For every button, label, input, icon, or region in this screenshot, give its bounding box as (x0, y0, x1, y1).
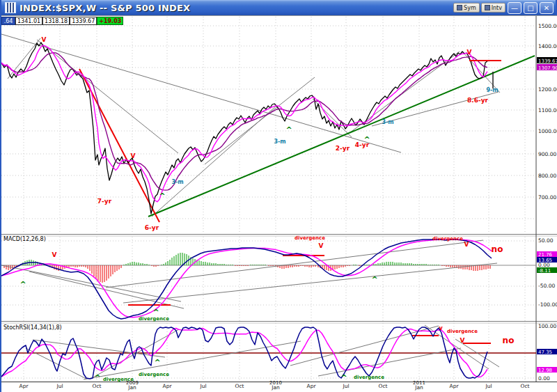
stoch-tag-value: 47.35 (538, 350, 552, 355)
macd-histogram-bar (347, 265, 348, 266)
macd-histogram-bar (162, 265, 162, 265)
intv-button[interactable]: Intv (481, 3, 505, 13)
macd-histogram-bar (152, 265, 152, 266)
sym-label: Sym (464, 5, 476, 11)
stoch-annotation: divergence (447, 329, 478, 334)
macd-histogram-bar (102, 265, 103, 283)
macd-histogram-bar (343, 265, 344, 267)
macd-histogram-bar (341, 265, 342, 267)
macd-histogram-bar (164, 264, 164, 265)
macd-histogram-bar (115, 265, 116, 272)
macd-histogram-bar (170, 260, 171, 265)
macd-histogram-bar (313, 265, 314, 267)
sym-button[interactable]: Sym (453, 3, 480, 13)
macd-histogram-bar (119, 265, 120, 269)
macd-annotation: divergence (295, 235, 325, 241)
macd-histogram-bar (439, 265, 439, 265)
stoch-tick-label: 0.00 (538, 375, 550, 382)
macd-histogram-bar (94, 265, 95, 276)
macd-histogram-bar (327, 265, 327, 270)
macd-histogram-bar (136, 262, 137, 265)
macd-histogram-bar (178, 253, 179, 265)
macd-histogram-bar (174, 256, 175, 265)
macd-histogram-bar (356, 265, 356, 265)
macd-histogram-bar (480, 265, 480, 270)
macd-histogram-bar (253, 265, 253, 265)
macd-histogram-bar (335, 265, 336, 269)
macd-histogram-bar (220, 264, 221, 265)
macd-histogram-bar (416, 264, 416, 265)
macd-histogram-bar (84, 265, 84, 267)
macd-pane-label: MACD(12,26,8) (3, 236, 47, 242)
macd-histogram-bar (490, 265, 491, 269)
macd-histogram-bar (261, 265, 262, 265)
macd-tag-value: 21.76 (538, 252, 553, 258)
macd-tick-label: -50.00 (538, 283, 555, 289)
macd-histogram-bar (405, 263, 406, 265)
macd-histogram-bar (399, 262, 400, 265)
macd-histogram-bar (380, 263, 381, 265)
macd-histogram-bar (92, 265, 93, 274)
title-bar[interactable]: INDEX:$SPX,W -- S&P 500 INDEX Sym Intv —… (1, 0, 556, 15)
close-button[interactable]: ✕ (540, 2, 554, 14)
annotation-label: 3-m (274, 139, 285, 145)
quote-change: +19.03 (97, 17, 123, 25)
macd-histogram-bar (369, 265, 370, 265)
annotation-top-marker: V (42, 36, 47, 43)
annotation-top-marker: V (467, 49, 472, 56)
macd-histogram-bar (465, 265, 466, 269)
x-axis-month-label: Jul (485, 383, 492, 389)
annotation-label: 9-m (486, 87, 498, 93)
macd-histogram-bar (240, 265, 240, 266)
macd-histogram-bar (246, 265, 246, 266)
macd-histogram-bar (307, 265, 308, 267)
macd-histogram-bar (486, 265, 487, 269)
stoch-annotation: ^ (94, 373, 100, 382)
macd-histogram-bar (365, 265, 366, 265)
x-axis-month-label: Oct (379, 383, 388, 389)
quote-row: .64 1341.01 1318.18 1339.67 +19.03 (1, 17, 123, 25)
chart-canvas: VVV^^^3-m3-m3-m9-m7-yr6-yr2-yr4-yr8.6-yr… (1, 0, 557, 392)
annotation-label: 2-yr (336, 145, 350, 152)
macd-histogram-bar (226, 265, 227, 265)
macd-histogram-bar (407, 263, 408, 265)
macd-histogram-bar (259, 265, 260, 265)
macd-histogram-bar (149, 265, 150, 265)
macd-histogram-bar (117, 265, 118, 271)
macd-histogram-bar (393, 262, 393, 265)
macd-histogram-bar (442, 265, 443, 266)
stoch-annotation: ^ (154, 358, 160, 367)
stoch-tag-value: 12.98 (538, 368, 552, 373)
macd-histogram-bar (111, 265, 111, 276)
stoch-tick-label: 100.00 (538, 323, 556, 329)
macd-annotation: no (492, 244, 503, 254)
macd-histogram-bar (134, 262, 135, 265)
macd-histogram-bar (203, 262, 204, 265)
x-axis-month-label: Oct (235, 383, 244, 389)
macd-histogram-bar (324, 265, 325, 269)
macd-histogram-bar (222, 264, 223, 265)
macd-histogram-bar (286, 265, 287, 268)
price-tick-label: 800.00 (538, 173, 556, 179)
macd-histogram-bar (384, 262, 385, 265)
macd-histogram-bar (446, 265, 447, 267)
macd-histogram-bar (295, 265, 295, 267)
stoch-annotation: divergence (139, 372, 169, 377)
x-axis-month-label: Oct (93, 383, 102, 389)
annotation-bottom-marker: ^ (159, 191, 165, 201)
macd-histogram-bar (378, 263, 379, 265)
macd-histogram-bar (476, 265, 476, 271)
macd-histogram-bar (81, 265, 82, 267)
minimize-button[interactable]: — (508, 2, 521, 14)
annotation-label: 8.6-yr (467, 97, 489, 104)
macd-histogram-bar (154, 265, 155, 267)
macd-histogram-bar (318, 265, 319, 267)
macd-histogram-bar (104, 265, 105, 282)
quote-low: 1318.18 (42, 17, 70, 25)
macd-histogram-bar (176, 255, 177, 265)
macd-histogram-bar (311, 265, 312, 267)
macd-annotation: V (464, 241, 469, 248)
maximize-button[interactable]: □ (524, 2, 538, 14)
macd-histogram-bar (391, 262, 391, 265)
macd-histogram-bar (56, 265, 57, 270)
